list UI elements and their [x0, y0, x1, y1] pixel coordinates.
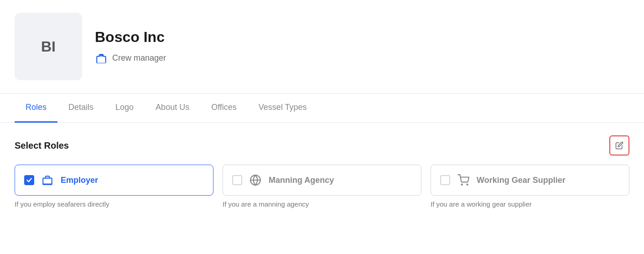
- manning-agency-col: Manning Agency If you are a manning agen…: [223, 165, 421, 208]
- tab-details[interactable]: Details: [57, 93, 104, 123]
- manning-agency-icon: [249, 173, 262, 187]
- tabs-section: Roles Details Logo About Us Offices Vess…: [0, 93, 644, 123]
- manning-agency-checkbox[interactable]: [232, 175, 242, 185]
- working-gear-icon: [457, 173, 470, 187]
- manning-agency-card[interactable]: Manning Agency: [223, 165, 421, 196]
- profile-section: BI Bosco Inc Crew manager: [0, 0, 644, 93]
- tab-about-us[interactable]: About Us: [145, 93, 200, 123]
- company-info: Bosco Inc Crew manager: [95, 29, 166, 65]
- edit-button[interactable]: [609, 135, 629, 156]
- employer-icon: [41, 173, 54, 187]
- pencil-icon: [615, 141, 623, 150]
- content-section: Select Roles Employ: [0, 123, 644, 208]
- crew-manager-icon: [95, 52, 108, 65]
- working-gear-label: Working Gear Supplier: [477, 176, 566, 185]
- working-gear-col: Working Gear Supplier If you are a worki…: [431, 165, 629, 208]
- company-role-row: Crew manager: [95, 52, 166, 65]
- check-icon: [26, 177, 32, 183]
- tab-offices[interactable]: Offices: [200, 93, 248, 123]
- employer-checkbox[interactable]: [24, 175, 34, 185]
- employer-card[interactable]: Employer: [15, 165, 213, 196]
- roles-grid: Employer If you employ seafarers directl…: [15, 165, 629, 208]
- crew-manager-label: Crew manager: [112, 53, 166, 63]
- avatar-initials: BI: [41, 38, 56, 55]
- section-header: Select Roles: [15, 135, 629, 156]
- employer-col: Employer If you employ seafarers directl…: [15, 165, 213, 208]
- tab-roles[interactable]: Roles: [15, 93, 57, 123]
- employer-description: If you employ seafarers directly: [15, 200, 213, 208]
- company-avatar: BI: [15, 13, 82, 80]
- employer-label: Employer: [61, 176, 98, 185]
- select-roles-title: Select Roles: [15, 140, 69, 151]
- working-gear-checkbox[interactable]: [440, 175, 450, 185]
- working-gear-description: If you are a working gear supplier: [431, 200, 629, 208]
- tab-vessel-types[interactable]: Vessel Types: [248, 93, 318, 123]
- company-name: Bosco Inc: [95, 29, 166, 46]
- working-gear-card[interactable]: Working Gear Supplier: [431, 165, 629, 196]
- tab-logo[interactable]: Logo: [104, 93, 145, 123]
- manning-agency-description: If you are a manning agency: [223, 200, 421, 208]
- svg-point-3: [467, 184, 468, 185]
- svg-point-2: [462, 184, 462, 185]
- manning-agency-label: Manning Agency: [269, 176, 334, 185]
